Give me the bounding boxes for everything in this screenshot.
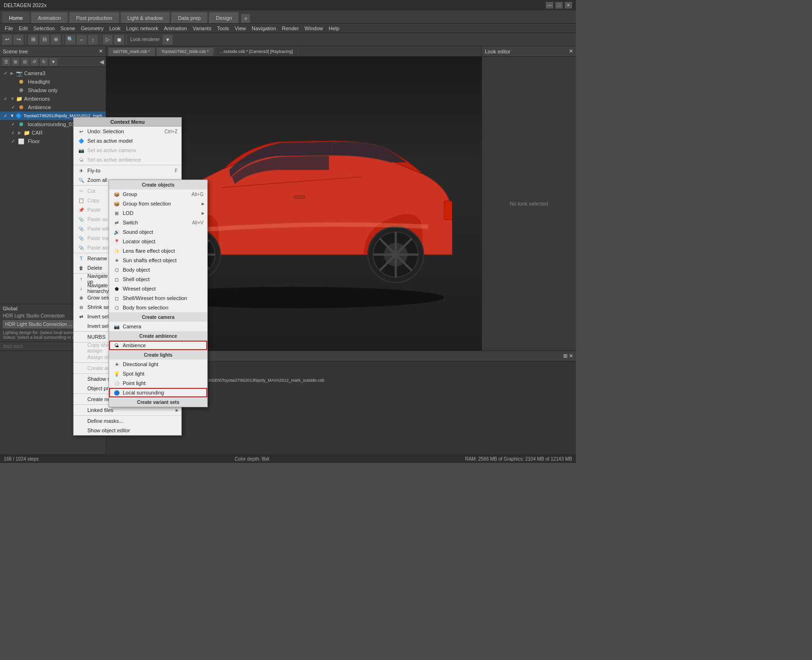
switch-icon: ⇌ xyxy=(113,219,120,226)
nav-up-icon: ↑ xyxy=(77,275,85,283)
camera-icon: 📷 xyxy=(77,146,85,154)
submenu-group-from-selection[interactable]: 📦 Group from selection xyxy=(109,199,207,208)
submenu-body-object[interactable]: ⬡ Body object xyxy=(109,265,207,274)
lod-icon: ⊞ xyxy=(113,209,120,217)
cut-icon: ✂ xyxy=(77,187,85,195)
cm-undo[interactable]: ↩ Undo: Selection Ctrl+Z xyxy=(74,127,181,136)
cm-show-object-editor[interactable]: Show object editor xyxy=(74,426,181,435)
nurbs-icon xyxy=(77,333,85,341)
submenu-sun-shafts[interactable]: ☀ Sun shafts effect object xyxy=(109,256,207,265)
submenu-point-light[interactable]: ⚪ Point light xyxy=(109,378,207,388)
zoom-icon: 🔍 xyxy=(77,176,85,184)
model-icon: 🔷 xyxy=(77,137,85,145)
local-surr-icon: 🔵 xyxy=(113,389,120,396)
grow-icon: ⊕ xyxy=(77,294,85,301)
invert-parent-icon xyxy=(77,322,85,330)
submenu-group[interactable]: 📦 Group Alt+G xyxy=(109,189,207,199)
shadow-icon xyxy=(77,375,85,383)
nav-down-icon: ↓ xyxy=(77,284,85,292)
undo-icon: ↩ xyxy=(77,128,85,135)
shell-wire-icon: ◻ xyxy=(113,294,120,302)
submenu-sound-object[interactable]: 🔊 Sound object xyxy=(109,227,207,237)
locator-icon: 📍 xyxy=(113,238,120,245)
rename-icon: T xyxy=(77,255,85,262)
submenu: Create objects 📦 Group Alt+G 📦 Group fro… xyxy=(109,180,208,407)
submenu-locator-object[interactable]: 📍 Locator object xyxy=(109,237,207,246)
sun-icon: ☀ xyxy=(113,257,120,264)
assign-shape-icon xyxy=(77,353,85,361)
submenu-header-ambience: Create ambience xyxy=(109,331,207,341)
submenu-header-objects: Create objects xyxy=(109,180,207,189)
cm-set-active-ambience[interactable]: 🌤 Set as active ambience xyxy=(74,155,181,164)
masks-icon xyxy=(77,417,85,425)
submenu-camera[interactable]: 📷 Camera xyxy=(109,322,207,331)
paste-trans-icon: 📎 xyxy=(77,225,85,232)
dir-light-icon: ☀ xyxy=(113,360,120,368)
cm-set-active-camera[interactable]: 📷 Set as active camera xyxy=(74,146,181,155)
linked-icon xyxy=(77,406,85,414)
invert-icon: ⇄ xyxy=(77,313,85,320)
body-icon: ⬡ xyxy=(113,266,120,274)
obj-props-icon xyxy=(77,385,85,392)
paste-t-icon: 📎 xyxy=(77,234,85,242)
create-icon xyxy=(77,395,85,403)
cm-set-active-model[interactable]: 🔷 Set as active model xyxy=(74,136,181,146)
submenu-shell-wireset[interactable]: ◻ Shell/Wireset from selection xyxy=(109,293,207,303)
submenu-local-surrounding[interactable]: 🔵 Local surrounding xyxy=(109,388,207,397)
submenu-wireset-object[interactable]: ⬟ Wireset object xyxy=(109,284,207,293)
shell-icon: ◻ xyxy=(113,275,120,283)
submenu-directional-light[interactable]: ☀ Directional light xyxy=(109,360,207,369)
ambience-icon: 🌤 xyxy=(77,156,85,163)
group-icon: 📦 xyxy=(113,190,120,198)
submenu-lod[interactable]: ⊞ LOD xyxy=(109,208,207,218)
camera2-icon: 📷 xyxy=(113,323,120,330)
shrink-icon: ⊖ xyxy=(77,303,85,311)
lens-icon: ✨ xyxy=(113,247,120,255)
copy-shape-icon xyxy=(77,344,85,351)
spot-light-icon: 💡 xyxy=(113,370,120,377)
copy-icon: 📋 xyxy=(77,197,85,204)
delete-icon: 🗑 xyxy=(77,264,85,272)
submenu-switch[interactable]: ⇌ Switch Alt+V xyxy=(109,218,207,227)
submenu-spot-light[interactable]: 💡 Spot light xyxy=(109,369,207,378)
point-light-icon: ⚪ xyxy=(113,379,120,387)
body-sel-icon: ⬡ xyxy=(113,304,120,311)
submenu-header-camera: Create camera xyxy=(109,312,207,322)
obj-editor-icon xyxy=(77,427,85,434)
paste-icon: 📌 xyxy=(77,206,85,214)
paste-assign-icon: 📎 xyxy=(77,244,85,251)
cm-define-masks[interactable]: Define masks... xyxy=(74,416,181,426)
context-menu-overlay: Context Menu ↩ Undo: Selection Ctrl+Z 🔷 … xyxy=(0,0,576,463)
submenu-shell-object[interactable]: ◻ Shell object xyxy=(109,274,207,284)
wire-icon: ⬟ xyxy=(113,285,120,292)
sound-icon: 🔊 xyxy=(113,228,120,236)
anim-icon xyxy=(77,364,85,372)
fly-icon: ✈ xyxy=(77,167,85,174)
submenu-lens-flare[interactable]: ✨ Lens flare effect object xyxy=(109,246,207,256)
submenu-header-variant-sets: Create variant sets xyxy=(109,397,207,407)
group-sel-icon: 📦 xyxy=(113,200,120,207)
submenu-header-lights: Create lights xyxy=(109,350,207,360)
paste-ref-icon: 📎 xyxy=(77,215,85,223)
submenu-ambience[interactable]: 🌤 Ambience xyxy=(109,341,207,350)
submenu-body-from-selection[interactable]: ⬡ Body from selection xyxy=(109,303,207,312)
cm-fly-to[interactable]: ✈ Fly-to F xyxy=(74,166,181,175)
context-menu-title: Context Menu xyxy=(74,118,181,127)
ambience2-icon: 🌤 xyxy=(113,342,120,349)
